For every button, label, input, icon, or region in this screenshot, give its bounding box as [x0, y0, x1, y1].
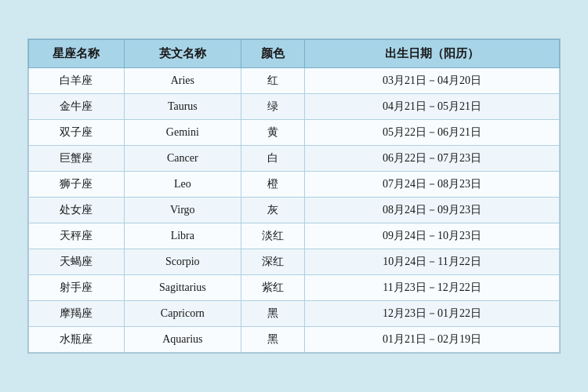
table-row: 巨蟹座Cancer白06月22日－07月23日 — [29, 146, 560, 172]
cell-date: 03月21日－04月20日 — [305, 68, 560, 94]
header-color: 颜色 — [241, 40, 304, 68]
table-row: 水瓶座Aquarius黑01月21日－02月19日 — [29, 327, 560, 353]
zodiac-table-container: 星座名称 英文名称 颜色 出生日期（阳历） 白羊座Aries红03月21日－04… — [27, 38, 561, 354]
table-row: 摩羯座Capricorn黑12月23日－01月22日 — [29, 301, 560, 327]
zodiac-table: 星座名称 英文名称 颜色 出生日期（阳历） 白羊座Aries红03月21日－04… — [28, 39, 560, 353]
cell-color: 黑 — [241, 327, 304, 353]
table-row: 天蝎座Scorpio深红10月24日－11月22日 — [29, 249, 560, 275]
cell-english: Gemini — [124, 120, 241, 146]
cell-color: 红 — [241, 68, 304, 94]
table-row: 金牛座Taurus绿04月21日－05月21日 — [29, 94, 560, 120]
header-chinese: 星座名称 — [29, 40, 125, 68]
cell-english: Scorpio — [124, 249, 241, 275]
cell-date: 08月24日－09月23日 — [305, 198, 560, 223]
cell-english: Virgo — [124, 198, 241, 223]
cell-date: 11月23日－12月22日 — [305, 275, 560, 301]
cell-english: Capricorn — [124, 301, 241, 327]
table-row: 狮子座Leo橙07月24日－08月23日 — [29, 172, 560, 198]
cell-date: 05月22日－06月21日 — [305, 120, 560, 146]
table-header-row: 星座名称 英文名称 颜色 出生日期（阳历） — [29, 40, 560, 68]
cell-color: 白 — [241, 146, 304, 172]
table-row: 射手座Sagittarius紫红11月23日－12月22日 — [29, 275, 560, 301]
header-date: 出生日期（阳历） — [305, 40, 560, 68]
cell-chinese: 处女座 — [29, 198, 125, 223]
cell-chinese: 水瓶座 — [29, 327, 125, 353]
cell-english: Libra — [124, 223, 241, 249]
table-row: 天秤座Libra淡红09月24日－10月23日 — [29, 223, 560, 249]
table-row: 双子座Gemini黄05月22日－06月21日 — [29, 120, 560, 146]
cell-color: 深红 — [241, 249, 304, 275]
cell-color: 紫红 — [241, 275, 304, 301]
cell-chinese: 狮子座 — [29, 172, 125, 198]
cell-date: 01月21日－02月19日 — [305, 327, 560, 353]
cell-english: Aries — [124, 68, 241, 94]
cell-date: 10月24日－11月22日 — [305, 249, 560, 275]
cell-english: Leo — [124, 172, 241, 198]
cell-color: 淡红 — [241, 223, 304, 249]
cell-color: 黄 — [241, 120, 304, 146]
cell-chinese: 白羊座 — [29, 68, 125, 94]
cell-color: 灰 — [241, 198, 304, 223]
cell-chinese: 摩羯座 — [29, 301, 125, 327]
table-row: 处女座Virgo灰08月24日－09月23日 — [29, 198, 560, 223]
cell-color: 绿 — [241, 94, 304, 120]
cell-chinese: 巨蟹座 — [29, 146, 125, 172]
cell-date: 07月24日－08月23日 — [305, 172, 560, 198]
cell-english: Cancer — [124, 146, 241, 172]
cell-color: 黑 — [241, 301, 304, 327]
header-english: 英文名称 — [124, 40, 241, 68]
cell-chinese: 天秤座 — [29, 223, 125, 249]
cell-date: 04月21日－05月21日 — [305, 94, 560, 120]
cell-date: 12月23日－01月22日 — [305, 301, 560, 327]
cell-date: 06月22日－07月23日 — [305, 146, 560, 172]
cell-color: 橙 — [241, 172, 304, 198]
table-row: 白羊座Aries红03月21日－04月20日 — [29, 68, 560, 94]
cell-english: Aquarius — [124, 327, 241, 353]
cell-chinese: 金牛座 — [29, 94, 125, 120]
cell-chinese: 射手座 — [29, 275, 125, 301]
table-body: 白羊座Aries红03月21日－04月20日金牛座Taurus绿04月21日－0… — [29, 68, 560, 353]
cell-english: Taurus — [124, 94, 241, 120]
cell-chinese: 天蝎座 — [29, 249, 125, 275]
cell-english: Sagittarius — [124, 275, 241, 301]
cell-chinese: 双子座 — [29, 120, 125, 146]
cell-date: 09月24日－10月23日 — [305, 223, 560, 249]
